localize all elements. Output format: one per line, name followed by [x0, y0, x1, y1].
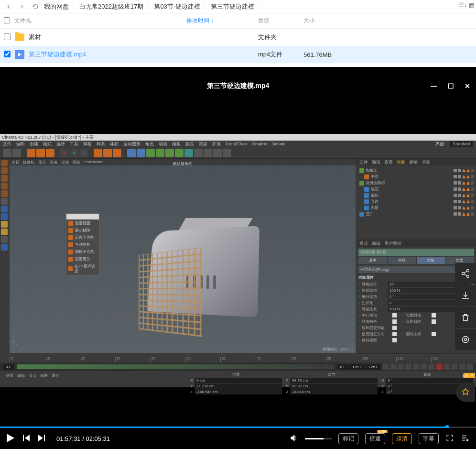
attr-top-tab[interactable]: 编辑: [372, 241, 380, 247]
menu-item[interactable]: 工具: [70, 141, 78, 147]
mode-point-icon[interactable]: [1, 175, 8, 182]
col-type[interactable]: 类型: [258, 17, 303, 25]
frame-end[interactable]: 125 F: [349, 364, 365, 370]
view-icon[interactable]: ▦: [469, 2, 474, 9]
layout-value[interactable]: Standard: [450, 141, 473, 147]
deformer-icon[interactable]: [184, 149, 193, 157]
isolate-icon[interactable]: [1, 244, 8, 251]
attr-tab[interactable]: 对象: [417, 257, 445, 264]
download-button[interactable]: [455, 285, 476, 306]
prev-key-icon[interactable]: [390, 363, 397, 370]
generator-extrude-icon[interactable]: [156, 149, 164, 157]
render-region-icon[interactable]: [103, 149, 112, 157]
sort-icon[interactable]: ☰↓: [459, 2, 467, 9]
viewport-tab[interactable]: 选项: [50, 160, 57, 165]
play-icon[interactable]: [405, 363, 412, 370]
soft-sel-2-icon[interactable]: [1, 229, 8, 235]
viewport-tab[interactable]: ProRender: [84, 160, 103, 165]
share-button[interactable]: [455, 263, 476, 284]
delete-button[interactable]: [455, 307, 476, 328]
more-button[interactable]: [455, 329, 476, 350]
hierarchy-item[interactable]: 内层: [358, 205, 474, 211]
minimize-button[interactable]: —: [431, 82, 437, 90]
ctx-item[interactable]: 最小帧除: [66, 227, 99, 234]
misc-1-icon[interactable]: [194, 149, 203, 157]
row-checkbox[interactable]: [4, 33, 11, 40]
prim-cube-icon[interactable]: [127, 149, 136, 157]
menu-item[interactable]: Drop2Floor: [226, 142, 247, 146]
hierarchy-tab[interactable]: 查看: [384, 159, 393, 165]
prim-spline-icon[interactable]: [137, 149, 145, 157]
ctx-item[interactable]: 互动位机: [66, 241, 99, 248]
generator-subdiv-icon[interactable]: [146, 149, 155, 157]
hierarchy-tab[interactable]: 对象: [397, 159, 405, 165]
viewport-tab[interactable]: 面板: [73, 160, 80, 165]
material-tab[interactable]: 缓存: [52, 373, 59, 378]
menu-item[interactable]: 角色: [145, 141, 154, 147]
ctx-item[interactable]: 增设十位机: [66, 248, 99, 255]
menu-item[interactable]: Omatrix: [252, 142, 267, 146]
crumb-2[interactable]: 第03节-硬边建模: [154, 2, 200, 11]
col-time[interactable]: 修改时间↓: [186, 17, 258, 25]
menu-item[interactable]: 模拟: [172, 141, 181, 147]
close-button[interactable]: ✕: [465, 82, 470, 90]
select-all-checkbox[interactable]: [4, 17, 10, 23]
snap-icon[interactable]: [1, 206, 8, 212]
ctx-item[interactable]: 固定定位: [66, 255, 99, 263]
menu-item[interactable]: 动画: [159, 141, 167, 147]
ctx-item[interactable]: 定位十位机: [66, 234, 99, 241]
menu-item[interactable]: 跟踪: [185, 141, 194, 147]
tool-move-icon[interactable]: [27, 149, 35, 157]
hierarchy-item[interactable]: 弃边: [358, 198, 474, 205]
hierarchy-item[interactable]: 扫描.1: [358, 167, 474, 174]
record-icon[interactable]: [436, 363, 443, 370]
axis-x-icon[interactable]: X: [60, 149, 69, 157]
axis-y-icon[interactable]: Y: [70, 149, 78, 157]
frame-start[interactable]: 0 F: [3, 364, 14, 370]
viewport-tab[interactable]: 显示: [38, 160, 46, 165]
forward-button[interactable]: [17, 2, 27, 11]
key-pos-icon[interactable]: [451, 363, 458, 370]
hierarchy-tab[interactable]: 编辑: [372, 159, 380, 165]
fullscreen-button[interactable]: [445, 434, 454, 444]
playlist-button[interactable]: [461, 434, 469, 444]
prev-button[interactable]: [23, 435, 30, 443]
next-key-icon[interactable]: [421, 363, 427, 370]
next-button[interactable]: [38, 435, 45, 443]
material-tab[interactable]: 编辑: [17, 373, 25, 378]
crumb-1[interactable]: 白无常2022超级班17期: [79, 2, 143, 11]
crumb-root[interactable]: 我的网盘: [44, 2, 69, 11]
maximize-button[interactable]: ☐: [448, 82, 454, 90]
menu-item[interactable]: 选择: [56, 141, 65, 147]
hierarchy-item[interactable]: 酸铝: [358, 192, 474, 198]
menu-item[interactable]: 渲染: [199, 141, 207, 147]
hierarchy-item[interactable]: 最外的线框: [358, 180, 474, 186]
c4d-viewport[interactable]: 查看摄像机显示选项过滤面板ProRender 默认摄像机 激活视图最小帧除定位十…: [10, 160, 356, 353]
tool-scale-icon[interactable]: [36, 149, 45, 157]
mode-edge-icon[interactable]: [1, 183, 8, 189]
file-row-video[interactable]: 第三节硬边建模.mp4 mp4文件 561.76MB: [0, 46, 476, 63]
next-frame-icon[interactable]: [413, 363, 420, 370]
menu-item[interactable]: Octane: [272, 142, 286, 146]
menu-item[interactable]: 创建: [30, 141, 38, 147]
render-settings-icon[interactable]: [113, 149, 121, 157]
volume-icon[interactable]: [290, 434, 298, 444]
mode-texture-icon[interactable]: [1, 167, 8, 174]
undo-icon[interactable]: [3, 149, 11, 157]
axis-icon[interactable]: [1, 198, 8, 205]
mode-poly-icon[interactable]: [1, 190, 8, 197]
ctx-item[interactable]: 激活视图: [66, 219, 99, 227]
misc-4-icon[interactable]: [223, 149, 231, 157]
hierarchy-item[interactable]: 底花: [358, 186, 474, 192]
col-name[interactable]: 文件名: [14, 17, 186, 25]
frame-max[interactable]: 125 F: [366, 364, 381, 370]
mark-button[interactable]: 标记: [338, 433, 358, 444]
tweak-icon[interactable]: [1, 236, 8, 243]
refresh-button[interactable]: [31, 2, 40, 11]
back-button[interactable]: [4, 2, 13, 11]
axis-z-icon[interactable]: Z: [79, 149, 88, 157]
generator-array-icon[interactable]: [175, 149, 184, 157]
goto-end-icon[interactable]: [428, 363, 435, 370]
menu-item[interactable]: 运动图形: [123, 141, 141, 147]
play-button[interactable]: [7, 434, 14, 444]
